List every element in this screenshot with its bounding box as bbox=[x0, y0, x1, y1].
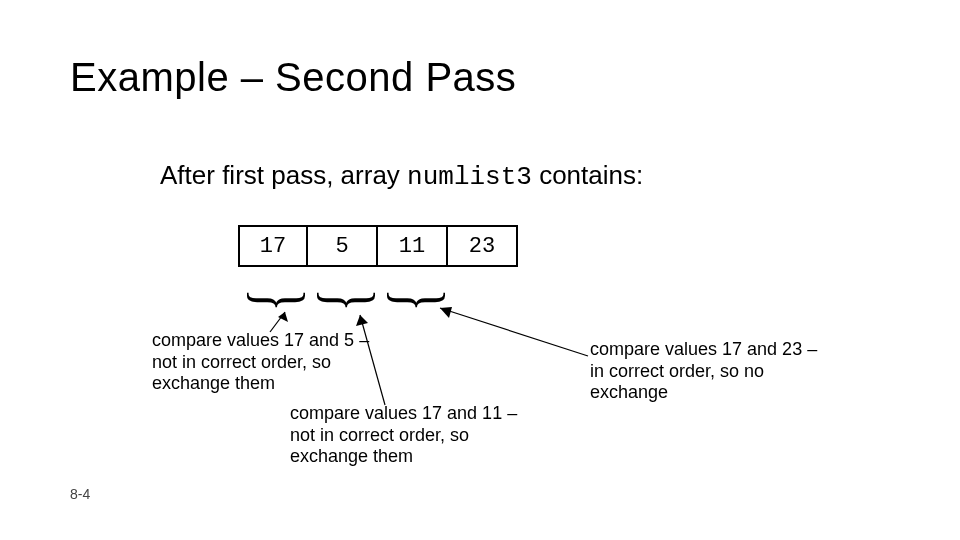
slide: Example – Second Pass After first pass, … bbox=[0, 0, 960, 540]
array-cell: 17 bbox=[238, 225, 308, 267]
brace-icon: } bbox=[385, 288, 455, 311]
array-cell: 5 bbox=[308, 225, 378, 267]
subtitle-pre: After first pass, array bbox=[160, 160, 407, 190]
note-compare-3: compare values 17 and 23 – in correct or… bbox=[590, 339, 820, 404]
array-cell: 23 bbox=[448, 225, 518, 267]
array: 17 5 11 23 bbox=[238, 225, 518, 267]
page-title: Example – Second Pass bbox=[70, 55, 516, 100]
brace-icon: } bbox=[315, 288, 385, 311]
slide-number: 8-4 bbox=[70, 486, 90, 502]
note-compare-1: compare values 17 and 5 – not in correct… bbox=[152, 330, 382, 395]
note-compare-2: compare values 17 and 11 – not in correc… bbox=[290, 403, 530, 468]
svg-marker-1 bbox=[278, 312, 288, 322]
subtitle-code: numlist3 bbox=[407, 162, 532, 192]
svg-line-4 bbox=[440, 308, 588, 356]
brace-icon: } bbox=[245, 288, 315, 311]
subtitle: After first pass, array numlist3 contain… bbox=[160, 160, 643, 192]
array-cell: 11 bbox=[378, 225, 448, 267]
subtitle-post: contains: bbox=[532, 160, 643, 190]
svg-marker-3 bbox=[356, 315, 368, 326]
svg-line-0 bbox=[270, 312, 285, 332]
